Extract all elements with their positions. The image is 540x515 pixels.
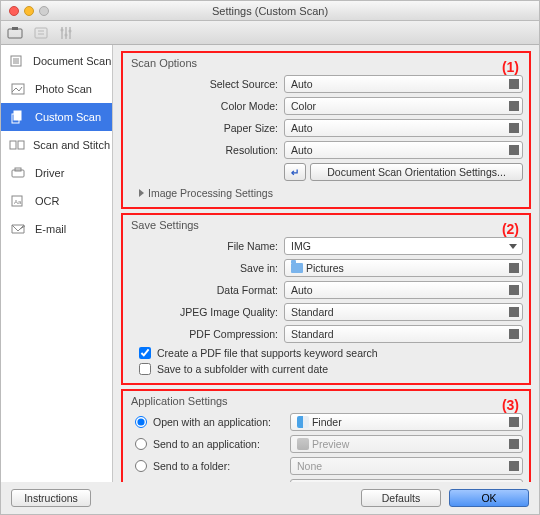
- select-source[interactable]: Auto: [284, 75, 523, 93]
- section-title: Scan Options: [129, 57, 523, 69]
- radio-open-with-app[interactable]: [135, 416, 147, 428]
- document-icon: [9, 54, 25, 68]
- select-jpeg-quality[interactable]: Standard: [284, 303, 523, 321]
- label-subfolder-date: Save to a subfolder with current date: [157, 363, 328, 375]
- sidebar-item-label: Scan and Stitch: [33, 139, 110, 151]
- select-attach-email[interactable]: None (Attach Manually): [290, 479, 523, 482]
- checkbox-pdf-keyword[interactable]: [139, 347, 151, 359]
- ocr-icon: Aa: [9, 194, 27, 208]
- select-send-to-folder[interactable]: None: [290, 457, 523, 475]
- svg-rect-19: [18, 141, 24, 149]
- section-application-settings: (3) Application Settings Open with an ap…: [121, 389, 531, 482]
- sidebar-item-label: Document Scan: [33, 55, 111, 67]
- svg-rect-0: [8, 29, 22, 38]
- label-send-to-folder: Send to a folder:: [153, 460, 230, 472]
- radio-send-to-folder[interactable]: [135, 460, 147, 472]
- defaults-button[interactable]: Defaults: [361, 489, 441, 507]
- section-title: Save Settings: [129, 219, 523, 231]
- titlebar: Settings (Custom Scan): [1, 1, 539, 21]
- sidebar-item-label: E-mail: [35, 223, 66, 235]
- preferences-icon[interactable]: [59, 26, 73, 40]
- label-data-format: Data Format:: [129, 284, 284, 296]
- chevron-down-icon[interactable]: [506, 239, 520, 253]
- svg-point-9: [65, 33, 68, 36]
- sidebar-item-email[interactable]: E-mail: [1, 215, 112, 243]
- photo-icon: [9, 82, 27, 96]
- label-pdf-keyword: Create a PDF file that supports keyword …: [157, 347, 378, 359]
- disclosure-image-processing[interactable]: Image Processing Settings: [129, 183, 523, 201]
- checkbox-subfolder-date[interactable]: [139, 363, 151, 375]
- label-color-mode: Color Mode:: [129, 100, 284, 112]
- svg-rect-18: [10, 141, 16, 149]
- return-arrow-icon: ↵: [291, 167, 299, 178]
- label-resolution: Resolution:: [129, 144, 284, 156]
- svg-rect-15: [12, 84, 24, 94]
- annotation-3: (3): [502, 397, 519, 413]
- email-icon: [9, 222, 27, 236]
- folder-icon: [291, 263, 303, 273]
- sidebar-item-ocr[interactable]: Aa OCR: [1, 187, 112, 215]
- label-send-to-app: Send to an application:: [153, 438, 260, 450]
- sidebar-item-document-scan[interactable]: Document Scan: [1, 47, 112, 75]
- label-save-in: Save in:: [129, 262, 284, 274]
- custom-icon: [9, 110, 27, 124]
- svg-point-8: [61, 28, 64, 31]
- preview-icon: [297, 438, 309, 450]
- section-scan-options: (1) Scan Options Select Source: Auto Col…: [121, 51, 531, 209]
- orientation-icon-button[interactable]: ↵: [284, 163, 306, 181]
- sidebar-item-photo-scan[interactable]: Photo Scan: [1, 75, 112, 103]
- radio-send-to-app[interactable]: [135, 438, 147, 450]
- window-title: Settings (Custom Scan): [1, 5, 539, 17]
- svg-point-10: [69, 29, 72, 32]
- label-pdf-compression: PDF Compression:: [129, 328, 284, 340]
- annotation-1: (1): [502, 59, 519, 75]
- svg-rect-16: [14, 111, 21, 120]
- label-paper-size: Paper Size:: [129, 122, 284, 134]
- select-open-with-app[interactable]: Finder: [290, 413, 523, 431]
- label-file-name: File Name:: [129, 240, 284, 252]
- finder-icon: [297, 416, 309, 428]
- sidebar-item-custom-scan[interactable]: Custom Scan: [1, 103, 112, 131]
- settings-window: Settings (Custom Scan) Document Scan Pho…: [0, 0, 540, 515]
- sidebar: Document Scan Photo Scan Custom Scan Sca…: [1, 45, 113, 482]
- select-data-format[interactable]: Auto: [284, 281, 523, 299]
- orientation-settings-button[interactable]: Document Scan Orientation Settings...: [310, 163, 523, 181]
- svg-text:Aa: Aa: [14, 199, 22, 205]
- sidebar-item-label: Photo Scan: [35, 83, 92, 95]
- sidebar-item-scan-and-stitch[interactable]: Scan and Stitch: [1, 131, 112, 159]
- svg-rect-1: [12, 27, 18, 30]
- instructions-button[interactable]: Instructions: [11, 489, 91, 507]
- scan-from-computer-icon[interactable]: [7, 26, 23, 40]
- select-save-in[interactable]: Pictures: [284, 259, 523, 277]
- body: Document Scan Photo Scan Custom Scan Sca…: [1, 45, 539, 482]
- svg-rect-2: [35, 28, 47, 38]
- select-pdf-compression[interactable]: Standard: [284, 325, 523, 343]
- label-jpeg-quality: JPEG Image Quality:: [129, 306, 284, 318]
- toolbar: [1, 21, 539, 45]
- triangle-right-icon: [139, 189, 144, 197]
- select-resolution[interactable]: Auto: [284, 141, 523, 159]
- label-select-source: Select Source:: [129, 78, 284, 90]
- main-panel: (1) Scan Options Select Source: Auto Col…: [113, 45, 539, 482]
- sidebar-item-driver[interactable]: Driver: [1, 159, 112, 187]
- input-file-name[interactable]: IMG: [284, 237, 523, 255]
- scan-from-panel-icon[interactable]: [33, 26, 49, 40]
- ok-button[interactable]: OK: [449, 489, 529, 507]
- sidebar-item-label: Custom Scan: [35, 111, 101, 123]
- section-title: Application Settings: [129, 395, 523, 407]
- label-open-with-app: Open with an application:: [153, 416, 271, 428]
- select-color-mode[interactable]: Color: [284, 97, 523, 115]
- select-send-to-app[interactable]: Preview: [290, 435, 523, 453]
- sidebar-item-label: OCR: [35, 195, 59, 207]
- select-paper-size[interactable]: Auto: [284, 119, 523, 137]
- driver-icon: [9, 166, 27, 180]
- footer: Instructions Defaults OK: [1, 482, 539, 514]
- sidebar-item-label: Driver: [35, 167, 64, 179]
- annotation-2: (2): [502, 221, 519, 237]
- section-save-settings: (2) Save Settings File Name: IMG Save in…: [121, 213, 531, 385]
- stitch-icon: [9, 138, 25, 152]
